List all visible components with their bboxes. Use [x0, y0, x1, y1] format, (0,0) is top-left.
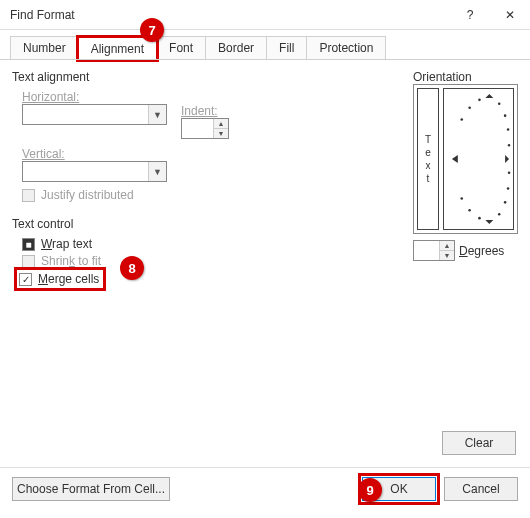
svg-point-15: [478, 217, 481, 220]
arrow-down-icon[interactable]: ▼: [214, 129, 228, 138]
svg-point-12: [504, 201, 507, 204]
orientation-dial[interactable]: [443, 88, 514, 230]
justify-label: Justify distributed: [41, 188, 134, 202]
orientation-control[interactable]: Text: [413, 84, 518, 234]
window-title: Find Format: [10, 8, 450, 22]
svg-marker-14: [485, 220, 493, 224]
orientation-vertical-text[interactable]: Text: [417, 88, 439, 230]
help-button[interactable]: ?: [450, 0, 490, 29]
callout-7: 7: [140, 18, 164, 42]
merge-label: Merge cells: [38, 272, 99, 286]
svg-point-8: [508, 144, 511, 147]
choose-format-button[interactable]: Choose Format From Cell...: [12, 477, 170, 501]
chevron-down-icon: ▼: [148, 162, 166, 181]
horizontal-select[interactable]: ▼: [22, 104, 167, 125]
arrow-down-icon[interactable]: ▼: [440, 251, 454, 260]
degrees-label: Degrees: [459, 244, 504, 258]
degrees-spinner[interactable]: ▲▼: [413, 240, 455, 261]
callout-8: 8: [120, 256, 144, 280]
callout-9: 9: [358, 478, 382, 502]
svg-marker-9: [505, 155, 509, 163]
wrap-label: Wrap text: [41, 237, 92, 251]
svg-marker-4: [485, 94, 493, 98]
chevron-down-icon: ▼: [148, 105, 166, 124]
shrink-checkbox: [22, 255, 35, 268]
indent-value: [182, 119, 213, 138]
tab-number[interactable]: Number: [10, 36, 79, 59]
indent-spinner[interactable]: ▲▼: [181, 118, 229, 139]
svg-point-16: [468, 209, 471, 212]
cancel-button[interactable]: Cancel: [444, 477, 518, 501]
orientation-legend: Orientation: [413, 70, 518, 84]
close-button[interactable]: ✕: [490, 0, 530, 29]
vertical-select[interactable]: ▼: [22, 161, 167, 182]
arrow-up-icon[interactable]: ▲: [214, 119, 228, 129]
justify-checkbox: [22, 189, 35, 202]
svg-point-1: [460, 118, 463, 121]
svg-point-13: [498, 213, 501, 216]
indent-label: Indent:: [181, 104, 229, 118]
merge-checkbox[interactable]: ✓: [19, 273, 32, 286]
svg-point-11: [507, 187, 510, 190]
tab-fill[interactable]: Fill: [266, 36, 307, 59]
shrink-label: Shrink to fit: [41, 254, 101, 268]
svg-point-2: [468, 106, 471, 109]
tab-font[interactable]: Font: [156, 36, 206, 59]
arrow-up-icon[interactable]: ▲: [440, 241, 454, 251]
svg-marker-0: [452, 155, 458, 163]
svg-point-5: [498, 103, 501, 106]
svg-point-6: [504, 114, 507, 117]
svg-point-10: [508, 172, 511, 175]
svg-point-7: [507, 128, 510, 131]
wrap-checkbox[interactable]: ■: [22, 238, 35, 251]
svg-point-17: [460, 197, 463, 200]
svg-point-3: [478, 99, 481, 102]
clear-button[interactable]: Clear: [442, 431, 516, 455]
tab-border[interactable]: Border: [205, 36, 267, 59]
tab-protection[interactable]: Protection: [306, 36, 386, 59]
